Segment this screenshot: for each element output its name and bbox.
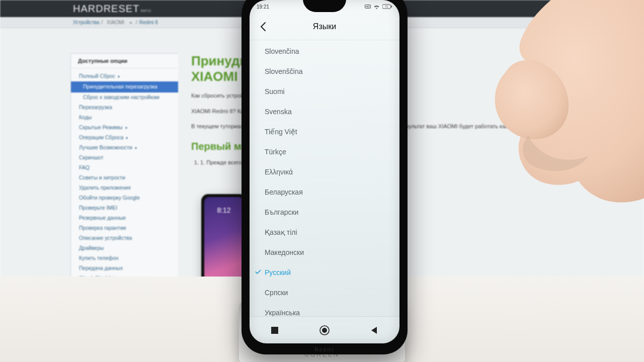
language-item[interactable]: Türkçe xyxy=(250,142,399,162)
language-label: Қазақ тілі xyxy=(265,228,297,236)
breadcrumb-root[interactable]: Устройства xyxy=(73,20,99,25)
language-item[interactable]: Suomi xyxy=(250,81,399,102)
sidebar-item[interactable]: FAQ xyxy=(71,163,178,173)
physical-phone: 19:21 HD 71 Языки SlovenčinaSlovenščinaS… xyxy=(242,0,408,354)
language-label: Slovenčina xyxy=(265,47,299,55)
sidebar-title: Доступные опции xyxy=(71,54,178,68)
sidebar-item[interactable]: Операции Сброса ▾ xyxy=(71,133,178,143)
chevron-down-icon: ▾ xyxy=(126,136,128,140)
sidebar-item[interactable]: Полный Сброс ▾ xyxy=(71,71,178,81)
sidebar-item[interactable]: Скрытые Режимы ▾ xyxy=(71,123,178,133)
language-item[interactable]: Slovenčina xyxy=(250,41,399,61)
svg-point-5 xyxy=(322,328,327,333)
svg-text:71: 71 xyxy=(385,5,388,8)
article-phone-image: 8:12 xyxy=(201,194,247,285)
svg-rect-3 xyxy=(271,327,278,334)
phone-screen[interactable]: 19:21 HD 71 Языки SlovenčinaSlovenščinaS… xyxy=(250,0,399,343)
language-item[interactable]: Српски xyxy=(250,283,399,303)
language-item[interactable]: Македонски xyxy=(250,242,399,262)
phone-brand: Redmi xyxy=(242,347,408,352)
language-item[interactable]: Български xyxy=(250,202,399,222)
breadcrumb-model[interactable]: Redmi 8 xyxy=(139,20,158,25)
nav-recents-button[interactable] xyxy=(264,319,286,341)
sidebar-item[interactable]: Принудительная перезагрузка xyxy=(71,81,178,93)
language-item[interactable]: Українська xyxy=(250,303,399,316)
chevron-down-icon: ▾ xyxy=(125,126,127,130)
page-title: Языки xyxy=(313,22,336,31)
language-item[interactable]: Русский xyxy=(250,262,399,283)
language-label: Українська xyxy=(265,309,300,316)
checkmark-icon xyxy=(255,268,263,277)
language-label: Македонски xyxy=(265,248,304,256)
sidebar-item[interactable]: Передача данных xyxy=(71,263,178,274)
language-item[interactable]: Tiếng Việt xyxy=(250,122,399,142)
language-label: Српски xyxy=(265,289,288,297)
language-item[interactable]: Беларуская xyxy=(250,182,399,202)
breadcrumb-brand[interactable]: XIAOMI ▾ xyxy=(105,20,134,25)
sidebar-item[interactable]: Советы и хитрости xyxy=(71,173,178,183)
wifi-icon xyxy=(373,4,380,9)
svg-rect-1 xyxy=(391,6,392,8)
app-header: Языки xyxy=(250,13,399,40)
status-time: 19:21 xyxy=(257,4,269,10)
chevron-down-icon: ▾ xyxy=(118,74,120,79)
language-label: Suomi xyxy=(265,87,285,96)
language-list[interactable]: SlovenčinaSlovenščinaSuomiSvenskaTiếng V… xyxy=(250,40,399,316)
language-label: Русский xyxy=(265,268,291,277)
nav-home-button[interactable] xyxy=(313,319,336,341)
sidebar-item[interactable]: Удалить приложения xyxy=(71,183,178,193)
sidebar-item[interactable]: Обойти проверку Google xyxy=(71,193,178,203)
nav-bar xyxy=(250,316,399,343)
sidebar-item[interactable]: Коды xyxy=(71,113,178,123)
language-label: Svenska xyxy=(265,108,292,116)
language-label: Tiếng Việt xyxy=(265,128,297,136)
site-logo: HARDRESETINFO xyxy=(73,3,151,15)
hd-icon: HD xyxy=(365,5,371,9)
sidebar-item[interactable]: Скриншот xyxy=(71,153,178,163)
sidebar-item[interactable]: Описание устройства xyxy=(71,233,178,243)
sidebar-item[interactable]: Сброс к заводским настройкам xyxy=(71,93,178,103)
language-label: Беларуская xyxy=(265,188,303,196)
sidebar-item[interactable]: Резервные данные xyxy=(71,213,178,223)
language-label: Türkçe xyxy=(265,148,286,156)
sidebar-item[interactable]: Проверка гарантии xyxy=(71,223,178,233)
language-item[interactable]: Svenska xyxy=(250,102,399,122)
language-item[interactable]: Slovenščina xyxy=(250,61,399,81)
language-item[interactable]: Ελληνικά xyxy=(250,162,399,182)
sidebar-item[interactable]: Перезагрузка xyxy=(71,103,178,113)
sidebar-item[interactable]: Лучшие Возможности ▾ xyxy=(71,143,178,153)
language-item[interactable]: Қазақ тілі xyxy=(250,222,399,242)
nav-back-button[interactable] xyxy=(363,319,385,341)
language-label: Ελληνικά xyxy=(265,168,293,176)
battery-icon: 71 xyxy=(382,4,392,9)
status-bar: 19:21 HD 71 xyxy=(250,0,399,13)
sidebar-item[interactable]: Проверьте IMEI xyxy=(71,203,178,213)
sidebar: Доступные опции Полный Сброс ▾Принудител… xyxy=(70,53,178,299)
sidebar-item[interactable]: Купить телефон xyxy=(71,253,178,263)
back-button[interactable] xyxy=(258,21,270,33)
language-label: Slovenščina xyxy=(265,67,303,75)
sidebar-item[interactable]: Драйверы xyxy=(71,243,178,253)
chevron-down-icon: ▾ xyxy=(135,146,137,150)
language-label: Български xyxy=(265,208,298,216)
